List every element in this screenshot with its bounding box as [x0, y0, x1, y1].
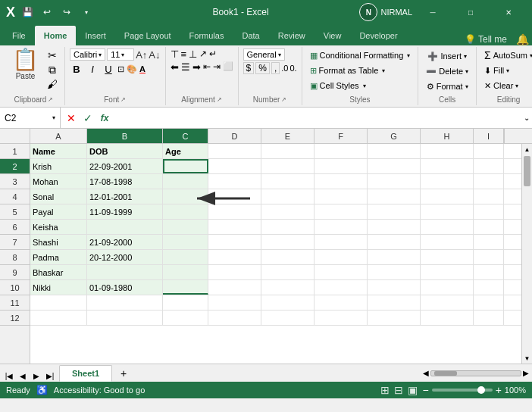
cell-H11[interactable] — [421, 295, 474, 310]
cell-F9[interactable] — [315, 265, 368, 279]
cell-F8[interactable] — [315, 250, 368, 264]
cell-B11[interactable] — [87, 295, 163, 310]
zoom-out-button[interactable]: − — [422, 384, 428, 396]
name-box[interactable]: C2 ▾ — [0, 108, 61, 128]
scroll-track-v[interactable] — [522, 154, 532, 353]
cell-B4[interactable]: 12-01-2001 — [87, 189, 163, 204]
h-scroll-right-button[interactable]: ▶ — [523, 369, 529, 377]
cell-styles-button[interactable]: ▣ Cell Styles ▾ — [307, 79, 369, 92]
cell-D8[interactable] — [208, 250, 261, 264]
insert-cells-button[interactable]: ➕ Insert ▾ — [424, 49, 470, 63]
fill-button[interactable]: ⬇ Fill ▾ — [481, 64, 512, 77]
row-header-1[interactable]: 1 — [0, 144, 30, 159]
cell-D1[interactable] — [208, 144, 261, 158]
sheet-nav-first[interactable]: |◀ — [3, 370, 15, 382]
cell-I1[interactable] — [474, 144, 504, 158]
cell-E9[interactable] — [261, 265, 315, 279]
align-middle-icon[interactable]: ≡ — [181, 48, 187, 60]
cell-F4[interactable] — [315, 189, 368, 204]
cell-A9[interactable]: Bhaskar — [30, 265, 87, 279]
fill-color-button[interactable]: 🎨 — [127, 64, 137, 74]
cell-E5[interactable] — [261, 204, 315, 219]
col-header-G[interactable]: G — [368, 129, 421, 143]
font-size-dropdown[interactable]: 11 ▾ — [107, 48, 134, 61]
bold-button[interactable]: B — [70, 62, 83, 76]
decrease-decimal-icon[interactable]: .0 — [281, 64, 288, 73]
align-bottom-icon[interactable]: ⊥ — [189, 48, 197, 60]
cell-F3[interactable] — [315, 174, 368, 189]
row-header-2[interactable]: 2 — [0, 159, 30, 174]
undo-button[interactable]: ↩ — [39, 5, 55, 20]
cell-I6[interactable] — [474, 220, 504, 234]
cell-H5[interactable] — [421, 204, 474, 219]
cell-G6[interactable] — [368, 220, 421, 234]
confirm-formula-button[interactable]: ✓ — [80, 111, 95, 126]
cell-G4[interactable] — [368, 189, 421, 204]
insert-function-button[interactable]: fx — [97, 111, 112, 126]
tab-file[interactable]: File — [3, 26, 35, 45]
cell-B9[interactable] — [87, 265, 163, 279]
cell-F5[interactable] — [315, 204, 368, 219]
cell-A1[interactable]: Name — [30, 144, 87, 158]
cell-H7[interactable] — [421, 235, 474, 249]
cell-E2[interactable] — [261, 159, 315, 173]
save-button[interactable]: 💾 — [20, 5, 35, 20]
col-header-A[interactable]: A — [30, 129, 87, 143]
cell-E4[interactable] — [261, 189, 315, 204]
font-expand-icon[interactable]: ↗ — [120, 96, 126, 103]
row-header-4[interactable]: 4 — [0, 189, 30, 204]
sheet-nav-prev[interactable]: ◀ — [17, 370, 29, 382]
zoom-thumb[interactable] — [477, 386, 485, 394]
add-sheet-button[interactable]: + — [115, 365, 132, 382]
h-scroll-track[interactable] — [430, 370, 521, 376]
border-button[interactable]: ⊡ — [117, 64, 124, 74]
cell-C7[interactable] — [163, 235, 208, 249]
sheet-nav-next[interactable]: ▶ — [30, 370, 42, 382]
cell-H10[interactable] — [421, 280, 474, 295]
format-as-table-button[interactable]: ⊞ Format as Table ▾ — [307, 64, 389, 77]
format-cells-button[interactable]: ⚙ Format ▾ — [424, 80, 471, 93]
cell-I5[interactable] — [474, 204, 504, 219]
cell-G10[interactable] — [368, 280, 421, 295]
cell-A6[interactable]: Keisha — [30, 220, 87, 234]
cell-G2[interactable] — [368, 159, 421, 173]
close-button[interactable]: ✕ — [491, 0, 526, 24]
merge-cells-icon[interactable]: ⬜ — [223, 61, 233, 73]
cell-D6[interactable] — [208, 220, 261, 234]
tell-me-label[interactable]: Tell me — [478, 34, 507, 45]
col-header-I[interactable]: I — [474, 129, 504, 143]
cell-A2[interactable]: Krish — [30, 159, 87, 173]
cell-F7[interactable] — [315, 235, 368, 249]
zoom-slider[interactable] — [432, 389, 493, 392]
increase-decimal-icon[interactable]: 0. — [289, 64, 296, 73]
align-center-icon[interactable]: ☰ — [181, 61, 190, 73]
alignment-expand-icon[interactable]: ↗ — [217, 96, 222, 103]
cell-G3[interactable] — [368, 174, 421, 189]
cell-F10[interactable] — [315, 280, 368, 295]
conditional-formatting-button[interactable]: ▦ Conditional Formatting ▾ — [307, 48, 414, 62]
row-header-7[interactable]: 7 — [0, 235, 30, 250]
cell-E8[interactable] — [261, 250, 315, 264]
normal-view-button[interactable]: ⊞ — [380, 384, 390, 396]
row-header-11[interactable]: 11 — [0, 295, 30, 311]
cell-A4[interactable]: Sonal — [30, 189, 87, 204]
cell-I2[interactable] — [474, 159, 504, 173]
row-header-5[interactable]: 5 — [0, 204, 30, 220]
cell-H4[interactable] — [421, 189, 474, 204]
font-family-dropdown[interactable]: Calibri ▾ — [70, 48, 105, 61]
italic-button[interactable]: I — [86, 62, 99, 76]
tab-formulas[interactable]: Formulas — [180, 26, 233, 45]
cell-H9[interactable] — [421, 265, 474, 279]
tab-home[interactable]: Home — [35, 26, 77, 45]
cell-H12[interactable] — [421, 311, 474, 325]
cell-H8[interactable] — [421, 250, 474, 264]
cell-F1[interactable] — [315, 144, 368, 158]
row-header-6[interactable]: 6 — [0, 220, 30, 235]
align-right-icon[interactable]: ➡ — [192, 61, 201, 73]
cell-G1[interactable] — [368, 144, 421, 158]
cell-A5[interactable]: Payal — [30, 204, 87, 219]
cell-G8[interactable] — [368, 250, 421, 264]
wrap-text-icon[interactable]: ↵ — [209, 48, 217, 60]
redo-button[interactable]: ↪ — [59, 5, 74, 20]
share-icon[interactable]: 🔔 — [516, 33, 529, 45]
